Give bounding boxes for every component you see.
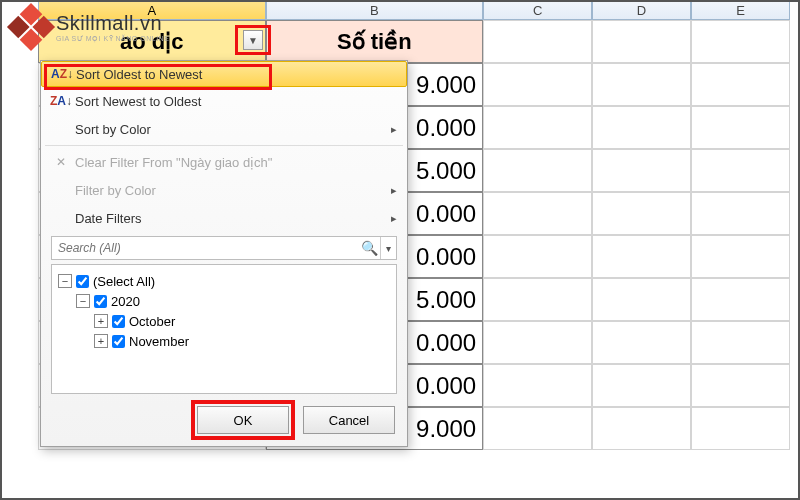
- sort-newest-to-oldest[interactable]: ZA↓ Sort Newest to Oldest: [41, 87, 407, 115]
- cell[interactable]: [483, 192, 592, 235]
- filter-values-tree: − (Select All) − 2020 + October + Novemb…: [51, 264, 397, 394]
- cell[interactable]: [483, 63, 592, 106]
- sort-oldest-to-newest[interactable]: AZ↓ Sort Oldest to Newest: [41, 61, 407, 87]
- cell[interactable]: [483, 149, 592, 192]
- watermark-brand: Skillmall.vn: [56, 12, 169, 35]
- cell[interactable]: [691, 63, 790, 106]
- month-checkbox[interactable]: [112, 335, 125, 348]
- cell[interactable]: [592, 106, 691, 149]
- tree-expand-icon[interactable]: +: [94, 314, 108, 328]
- col-header-c[interactable]: C: [483, 0, 592, 20]
- cell[interactable]: [592, 192, 691, 235]
- cell[interactable]: [592, 407, 691, 450]
- menu-label: Sort Newest to Oldest: [75, 94, 201, 109]
- cell[interactable]: [691, 364, 790, 407]
- tree-label: 2020: [111, 294, 140, 309]
- sort-by-color[interactable]: Sort by Color ▸: [41, 115, 407, 143]
- dialog-buttons: OK Cancel: [41, 398, 407, 446]
- cell[interactable]: [691, 278, 790, 321]
- autofilter-menu: AZ↓ Sort Oldest to Newest ZA↓ Sort Newes…: [40, 60, 408, 447]
- watermark: Skillmall.vn GIA SƯ MỌI KỸ NĂNG ONLINE: [14, 10, 169, 44]
- filter-dropdown-button[interactable]: ▼: [243, 30, 263, 50]
- cancel-button[interactable]: Cancel: [303, 406, 395, 434]
- cell[interactable]: [592, 364, 691, 407]
- submenu-arrow-icon: ▸: [391, 212, 397, 225]
- cell[interactable]: [592, 63, 691, 106]
- cell[interactable]: [691, 321, 790, 364]
- col-header-b[interactable]: B: [266, 0, 484, 20]
- year-checkbox[interactable]: [94, 295, 107, 308]
- sort-asc-icon: AZ↓: [48, 68, 76, 80]
- cell[interactable]: [691, 149, 790, 192]
- skillmall-logo-icon: [7, 3, 55, 51]
- filter-search[interactable]: 🔍 ▾: [51, 236, 397, 260]
- chevron-down-icon: ▼: [248, 35, 258, 46]
- menu-label: Sort Oldest to Newest: [76, 67, 202, 82]
- date-filters[interactable]: Date Filters ▸: [41, 204, 407, 232]
- clear-filter: ✕ Clear Filter From "Ngày giao dịch": [41, 148, 407, 176]
- tree-label: October: [129, 314, 175, 329]
- filter-by-color: Filter by Color ▸: [41, 176, 407, 204]
- tree-collapse-icon[interactable]: −: [58, 274, 72, 288]
- cell[interactable]: [691, 20, 790, 63]
- cell[interactable]: [483, 235, 592, 278]
- tree-label: November: [129, 334, 189, 349]
- sort-desc-icon: ZA↓: [47, 95, 75, 107]
- tree-collapse-icon[interactable]: −: [76, 294, 90, 308]
- tree-month-november[interactable]: + November: [58, 331, 390, 351]
- search-dropdown-icon[interactable]: ▾: [380, 237, 396, 259]
- cell[interactable]: [592, 278, 691, 321]
- menu-label: Date Filters: [75, 211, 141, 226]
- cell[interactable]: [483, 20, 592, 63]
- cell[interactable]: [592, 20, 691, 63]
- col-header-e[interactable]: E: [691, 0, 790, 20]
- tree-year-2020[interactable]: − 2020: [58, 291, 390, 311]
- cell[interactable]: [592, 149, 691, 192]
- cell[interactable]: [483, 106, 592, 149]
- filter-dropdown-highlight: ▼: [235, 25, 271, 55]
- cell[interactable]: [691, 106, 790, 149]
- cell[interactable]: [483, 321, 592, 364]
- cell[interactable]: [592, 321, 691, 364]
- watermark-tagline: GIA SƯ MỌI KỸ NĂNG ONLINE: [56, 35, 169, 43]
- tree-label: (Select All): [93, 274, 155, 289]
- select-all-checkbox[interactable]: [76, 275, 89, 288]
- tree-select-all[interactable]: − (Select All): [58, 271, 390, 291]
- clear-filter-icon: ✕: [47, 155, 75, 169]
- cell[interactable]: [691, 192, 790, 235]
- cell[interactable]: [691, 235, 790, 278]
- ok-button[interactable]: OK: [197, 406, 289, 434]
- col-header-d[interactable]: D: [592, 0, 691, 20]
- tree-month-october[interactable]: + October: [58, 311, 390, 331]
- menu-separator: [45, 145, 403, 146]
- submenu-arrow-icon: ▸: [391, 123, 397, 136]
- cell[interactable]: [592, 235, 691, 278]
- tree-expand-icon[interactable]: +: [94, 334, 108, 348]
- menu-label: Filter by Color: [75, 183, 156, 198]
- submenu-arrow-icon: ▸: [391, 184, 397, 197]
- cell[interactable]: [483, 407, 592, 450]
- cell[interactable]: [483, 364, 592, 407]
- menu-label: Sort by Color: [75, 122, 151, 137]
- search-input[interactable]: [52, 241, 358, 255]
- menu-label: Clear Filter From "Ngày giao dịch": [75, 155, 272, 170]
- cell[interactable]: [483, 278, 592, 321]
- cell[interactable]: [691, 407, 790, 450]
- search-icon[interactable]: 🔍: [358, 240, 380, 256]
- month-checkbox[interactable]: [112, 315, 125, 328]
- header-cell-b[interactable]: Số tiền: [266, 20, 484, 63]
